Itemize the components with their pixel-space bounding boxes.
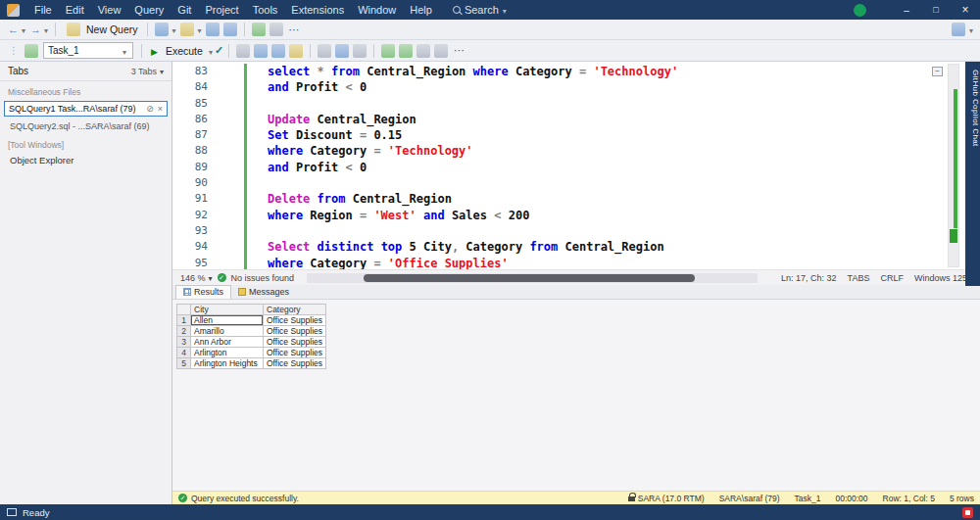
editor-status-item[interactable]: Windows 1252 [914,273,972,283]
toolbar-options-chevron-icon[interactable] [969,24,973,35]
code-line[interactable]: 89and Profit < 0 [172,160,945,175]
forward-history-chevron-icon[interactable] [44,24,48,35]
collapse-region-icon[interactable] [932,67,943,76]
tab-results[interactable]: Results [175,285,231,299]
grid-cell[interactable]: Office Supplies [264,348,326,358]
editor-status-item[interactable]: CRLF [880,273,904,283]
code-line[interactable]: 88where Category = 'Technology' [172,143,945,159]
save-icon[interactable] [206,23,220,36]
column-header-city[interactable]: City [191,305,264,315]
editor-horizontal-scrollbar[interactable] [307,273,758,283]
back-history-chevron-icon[interactable] [22,24,25,35]
undo-icon[interactable] [252,23,266,36]
grid-cell[interactable]: Amarillo [191,326,264,337]
code-line[interactable]: 87Set Discount = 0.15 [172,127,945,143]
code-line[interactable]: 86Update Central_Region [172,112,945,127]
grid-corner-cell[interactable] [177,305,191,315]
row-number-cell[interactable]: 5 [177,358,191,369]
grid-cell[interactable]: Office Supplies [264,315,326,326]
code-line[interactable]: 93 [172,223,945,239]
table-row[interactable]: 5Arlington HeightsOffice Supplies [177,358,326,369]
comment-icon[interactable] [381,44,395,58]
table-row[interactable]: 1AllenOffice Supplies [177,315,326,326]
menu-item-project[interactable]: Project [198,0,245,20]
code-line[interactable]: 85 [172,96,945,112]
tab-github-copilot-chat[interactable]: GitHub Copilot Chat [965,62,980,286]
results-to-text-icon[interactable] [318,44,331,58]
window-layout-icon[interactable] [7,508,17,516]
cancel-query-icon[interactable] [236,44,250,58]
account-avatar[interactable] [854,4,866,17]
change-connection-icon[interactable] [24,44,38,58]
table-row[interactable]: 2AmarilloOffice Supplies [177,326,326,337]
editor-vertical-scrollbar[interactable] [948,64,959,267]
toolbar-overflow-icon[interactable] [450,44,468,57]
navigate-back-icon[interactable] [8,24,19,35]
menu-item-file[interactable]: File [27,0,59,20]
menu-item-help[interactable]: Help [403,0,439,20]
save-all-icon[interactable] [223,23,237,36]
code-line[interactable]: 90 [172,175,945,191]
parse-query-icon[interactable] [215,44,223,57]
close-icon[interactable] [158,104,163,114]
table-row[interactable]: 4ArlingtonOffice Supplies [177,348,326,358]
tab-messages[interactable]: Messages [231,286,296,299]
new-file-icon[interactable] [155,23,169,36]
open-file-icon[interactable] [180,23,194,36]
feedback-icon[interactable] [952,23,965,36]
minimize-button[interactable] [892,0,921,20]
redo-icon[interactable] [270,23,283,36]
open-file-chevron-icon[interactable] [198,24,202,35]
editor-status-item[interactable]: TABS [848,273,870,283]
close-button[interactable] [951,0,980,20]
tabs-count-dropdown[interactable]: 3 Tabs [131,67,164,76]
pin-icon[interactable] [146,104,154,114]
menu-item-query[interactable]: Query [127,0,171,20]
code-line[interactable]: 94Select distinct top 5 City, Category f… [172,239,945,255]
query-options-icon[interactable] [289,44,303,58]
results-to-file-icon[interactable] [353,44,367,58]
code-line[interactable]: 95where Category = 'Office Supplies' [172,256,945,269]
menu-item-view[interactable]: View [91,0,128,20]
code-editor[interactable]: 83select * from Central_Region where Cat… [172,62,980,269]
database-selector[interactable]: Task_1 [43,42,133,59]
editor-status-item[interactable]: Ln: 17, Ch: 32 [781,273,837,283]
sidebar-item-sqlquery1[interactable]: SQLQuery1 Task...RA\saraf (79) [4,101,168,117]
row-number-cell[interactable]: 4 [177,348,191,358]
grid-cell[interactable]: Office Supplies [264,337,326,348]
execute-options-chevron-icon[interactable] [209,45,213,57]
zoom-selector[interactable]: 146 % [180,273,213,283]
menu-item-tools[interactable]: Tools [246,0,285,20]
results-to-grid-icon[interactable] [335,44,349,58]
execute-button[interactable]: Execute [147,42,207,60]
menu-item-extensions[interactable]: Extensions [284,0,351,20]
row-number-cell[interactable]: 1 [177,315,191,326]
sidebar-item-object-explorer[interactable]: Object Explorer [0,152,172,168]
live-statistics-icon[interactable] [271,44,285,58]
grid-cell[interactable]: Arlington [191,348,264,358]
row-number-cell[interactable]: 2 [177,326,191,337]
new-query-button[interactable]: New Query [61,21,142,38]
row-number-cell[interactable]: 3 [177,337,191,348]
navigate-forward-icon[interactable] [30,24,41,35]
search-box[interactable]: Search [453,4,507,16]
grid-cell[interactable]: Office Supplies [264,326,326,337]
table-row[interactable]: 3Ann ArborOffice Supplies [177,337,326,348]
grid-cell[interactable]: Arlington Heights [191,358,264,369]
indent-icon[interactable] [416,44,430,58]
menu-item-git[interactable]: Git [171,0,198,20]
notifications-icon[interactable] [962,507,973,518]
column-header-category[interactable]: Category [264,305,326,315]
toolbar-grip[interactable] [9,45,19,56]
code-line[interactable]: 84and Profit < 0 [172,79,945,95]
grid-cell[interactable]: Ann Arbor [191,337,264,348]
outdent-icon[interactable] [434,44,448,58]
menu-item-window[interactable]: Window [351,0,403,20]
grid-cell[interactable]: Allen [191,315,264,326]
results-grid[interactable]: City Category 1AllenOffice Supplies2Amar… [176,304,326,369]
sidebar-item-sqlquery2[interactable]: SQLQuery2.sql - ...SARA\saraf (69) [0,118,172,134]
toolbar-overflow-icon[interactable] [285,24,304,36]
menu-item-edit[interactable]: Edit [59,0,91,20]
estimated-plan-icon[interactable] [254,44,268,58]
uncomment-icon[interactable] [399,44,413,58]
